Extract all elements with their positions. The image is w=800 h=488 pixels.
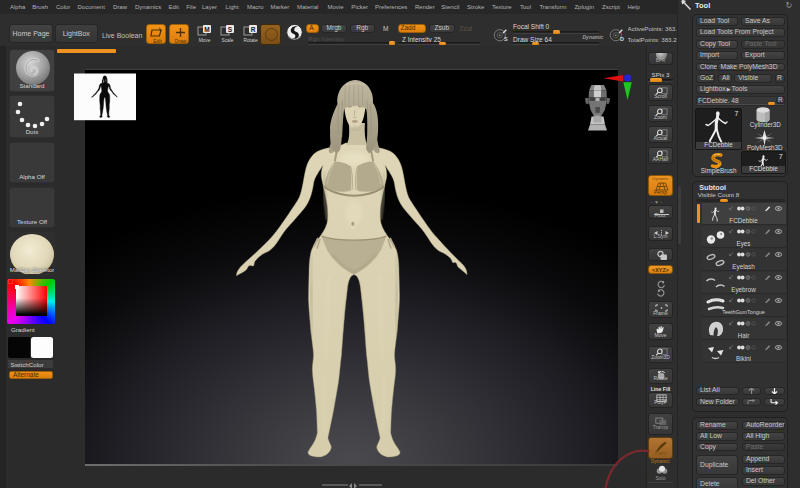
svg-text:R: R (251, 26, 256, 33)
svg-text:Edit: Edit (153, 38, 162, 44)
svg-text:Scale: Scale (222, 38, 234, 43)
svg-text:Rotate: Rotate (243, 38, 257, 43)
svg-text:M: M (204, 26, 209, 33)
svg-text:S: S (504, 35, 508, 41)
svg-text:Draw: Draw (174, 38, 186, 44)
svg-text:Move: Move (198, 38, 210, 43)
svg-text:S: S (228, 26, 233, 33)
svg-text:D: D (620, 35, 624, 41)
